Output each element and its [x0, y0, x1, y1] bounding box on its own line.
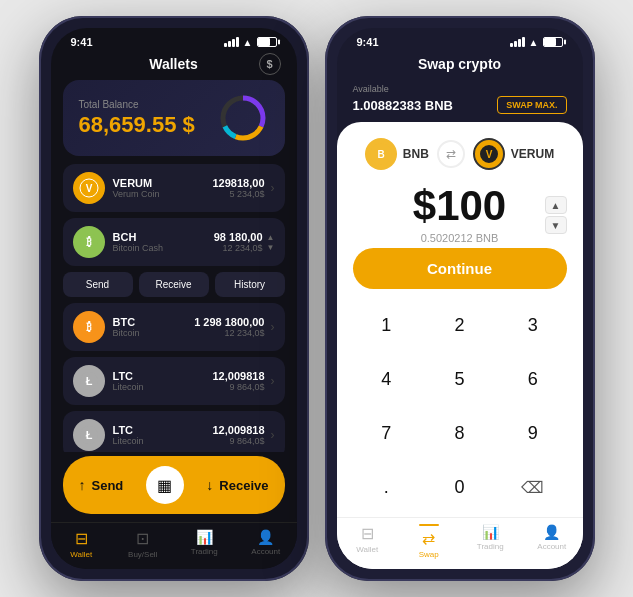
right-nav-swap[interactable]: ⇄ Swap	[398, 524, 460, 559]
right-nav-label-swap: Swap	[419, 550, 439, 559]
donut-chart	[217, 92, 269, 144]
numpad-dot[interactable]: .	[353, 463, 420, 511]
coin-info-verum: VERUM Verum Coin	[113, 177, 213, 199]
buysell-icon: ⊡	[136, 529, 149, 548]
coin-values-btc: 1 298 1800,00 12 234,0$	[194, 316, 264, 338]
nav-item-account[interactable]: 👤 Account	[235, 529, 297, 559]
right-nav-label-trading: Trading	[477, 542, 504, 551]
list-item[interactable]: ₿ BTC Bitcoin 1 298 1800,00 12 234,0$ ›	[63, 303, 285, 351]
numpad-2[interactable]: 2	[426, 301, 493, 349]
numpad-delete-button[interactable]: ⌫	[499, 463, 566, 511]
numpad-1[interactable]: 1	[353, 301, 420, 349]
chevron-icon: ›	[271, 428, 275, 442]
account-icon: 👤	[257, 529, 274, 545]
numpad-9[interactable]: 9	[499, 409, 566, 457]
numpad-0[interactable]: 0	[426, 463, 493, 511]
numpad-5[interactable]: 5	[426, 355, 493, 403]
coin-values-ltc1: 12,009818 9 864,0$	[213, 370, 265, 392]
right-nav-label-account: Account	[537, 542, 566, 551]
coin-list: V VERUM Verum Coin 129818,00 5 234,0$ ›	[51, 164, 297, 452]
nav-label-trading: Trading	[191, 547, 218, 556]
right-wallet-icon: ⊟	[361, 524, 374, 543]
history-button[interactable]: History	[215, 272, 285, 297]
numpad-7[interactable]: 7	[353, 409, 420, 457]
right-swap-icon: ⇄	[422, 529, 435, 548]
coin-values-bch: 98 180,00 12 234,0$	[214, 231, 263, 253]
trading-icon: 📊	[196, 529, 213, 545]
right-nav-trading[interactable]: 📊 Trading	[460, 524, 522, 559]
time-left: 9:41	[71, 36, 93, 48]
action-buttons: Send Receive History	[63, 272, 285, 297]
balance-card: Total Balance 68,659.55 $	[63, 80, 285, 156]
qr-button[interactable]: ▦	[146, 466, 184, 504]
nav-label-buysell: Buy/Sell	[128, 550, 157, 559]
to-coin-label: VERUM	[511, 147, 554, 161]
status-bar-left: 9:41 ▲	[51, 28, 297, 52]
bottom-nav-left: ⊟ Wallet ⊡ Buy/Sell 📊 Trading 👤 Account	[51, 522, 297, 569]
swap-amount-value: $100	[413, 182, 506, 230]
swap-to-coin[interactable]: V VERUM	[473, 138, 554, 170]
coin-icon-ltc1: Ł	[73, 365, 105, 397]
receive-label: Receive	[219, 478, 268, 493]
signal-icon	[224, 37, 239, 47]
status-icons-right: ▲	[510, 37, 563, 48]
right-nav-label-wallet: Wallet	[356, 545, 378, 554]
list-item[interactable]: V VERUM Verum Coin 129818,00 5 234,0$ ›	[63, 164, 285, 212]
receive-button[interactable]: Receive	[139, 272, 209, 297]
nav-item-wallet[interactable]: ⊟ Wallet	[51, 529, 113, 559]
send-button[interactable]: Send	[63, 272, 133, 297]
available-label: Available	[353, 84, 567, 94]
svg-text:B: B	[377, 149, 384, 160]
nav-label-wallet: Wallet	[70, 550, 92, 559]
numpad-6[interactable]: 6	[499, 355, 566, 403]
stepper-up-button[interactable]: ▲	[545, 196, 567, 214]
stepper-down-button[interactable]: ▼	[545, 216, 567, 234]
send-label: Send	[92, 478, 124, 493]
battery-icon	[257, 37, 277, 47]
send-arrow-icon: ↑	[79, 477, 86, 493]
coin-icon-btc: ₿	[73, 311, 105, 343]
svg-text:V: V	[485, 149, 492, 160]
available-section: Available 1.00882383 BNB SWAP MAX.	[337, 80, 583, 122]
nav-item-buysell[interactable]: ⊡ Buy/Sell	[112, 529, 174, 559]
list-item[interactable]: ₿ BCH Bitcoin Cash 98 180,00 12 234,0$ ▲	[63, 218, 285, 266]
status-icons-left: ▲	[224, 37, 277, 48]
nav-label-account: Account	[251, 547, 280, 556]
from-coin-label: BNB	[403, 147, 429, 161]
numpad: 1 2 3 4 5 6 7 8 9 . 0 ⌫	[353, 301, 567, 511]
continue-button[interactable]: Continue	[353, 248, 567, 289]
right-nav-wallet[interactable]: ⊟ Wallet	[337, 524, 399, 559]
swap-max-button[interactable]: SWAP MAX.	[497, 96, 566, 114]
status-bar-right: 9:41 ▲	[337, 28, 583, 52]
right-phone: 9:41 ▲ Swap crypto Availabl	[325, 16, 595, 581]
numpad-4[interactable]: 4	[353, 355, 420, 403]
swap-from-coin[interactable]: B BNB	[365, 138, 429, 170]
receive-arrow-icon: ↓	[206, 477, 213, 493]
receive-action[interactable]: ↓ Receive	[206, 477, 268, 493]
list-item[interactable]: Ł LTC Litecoin 12,009818 9 864,0$ ›	[63, 411, 285, 452]
left-phone: 9:41 ▲ Wallets $	[39, 16, 309, 581]
signal-icon-right	[510, 37, 525, 47]
swap-page-title: Swap crypto	[418, 56, 501, 72]
send-action[interactable]: ↑ Send	[79, 477, 124, 493]
nav-item-trading[interactable]: 📊 Trading	[174, 529, 236, 559]
battery-icon-right	[543, 37, 563, 47]
numpad-3[interactable]: 3	[499, 301, 566, 349]
coin-values-ltc2: 12,009818 9 864,0$	[213, 424, 265, 446]
coin-icon-verum: V	[73, 172, 105, 204]
swap-pair: B BNB ⇄ V VERUM	[353, 138, 567, 170]
right-nav-account[interactable]: 👤 Account	[521, 524, 583, 559]
svg-text:₿: ₿	[86, 236, 92, 248]
page-header-left: Wallets $	[51, 52, 297, 80]
bnb-icon: B	[365, 138, 397, 170]
wifi-icon-right: ▲	[529, 37, 539, 48]
list-item[interactable]: Ł LTC Litecoin 12,009818 9 864,0$ ›	[63, 357, 285, 405]
balance-label: Total Balance	[79, 99, 195, 110]
qr-icon: ▦	[157, 476, 172, 495]
numpad-8[interactable]: 8	[426, 409, 493, 457]
coin-info-ltc2: LTC Litecoin	[113, 424, 213, 446]
wifi-icon: ▲	[243, 37, 253, 48]
settings-icon[interactable]: $	[259, 53, 281, 75]
available-row: 1.00882383 BNB SWAP MAX.	[353, 96, 567, 114]
swap-amount: $100 0.5020212 BNB	[413, 182, 506, 244]
